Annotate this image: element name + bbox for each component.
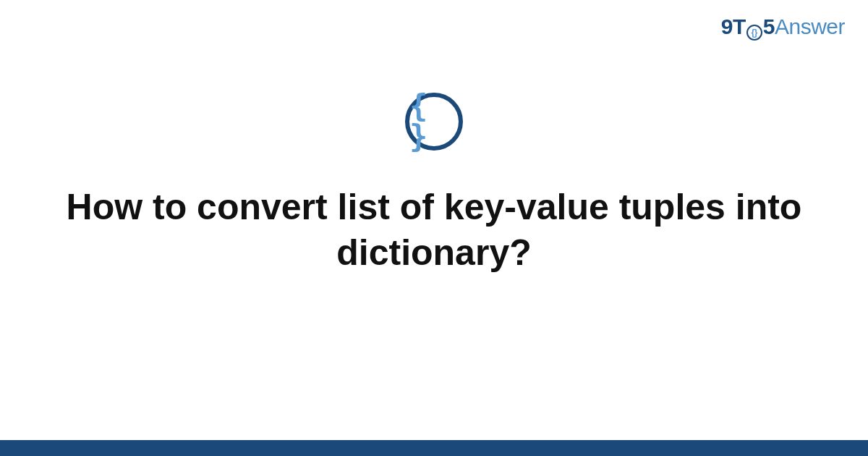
braces-icon: { }: [405, 93, 463, 151]
footer-accent-bar: [0, 440, 868, 456]
brand-zero-icon: {}: [746, 14, 763, 39]
brand-part3: Answer: [775, 14, 845, 38]
brand-logo: 9T{}5Answer: [721, 14, 845, 39]
brand-part1: 9T: [721, 14, 746, 38]
page-title: How to convert list of key-value tuples …: [0, 185, 868, 275]
brand-part2: 5: [763, 14, 775, 38]
braces-glyph: { }: [409, 91, 459, 152]
